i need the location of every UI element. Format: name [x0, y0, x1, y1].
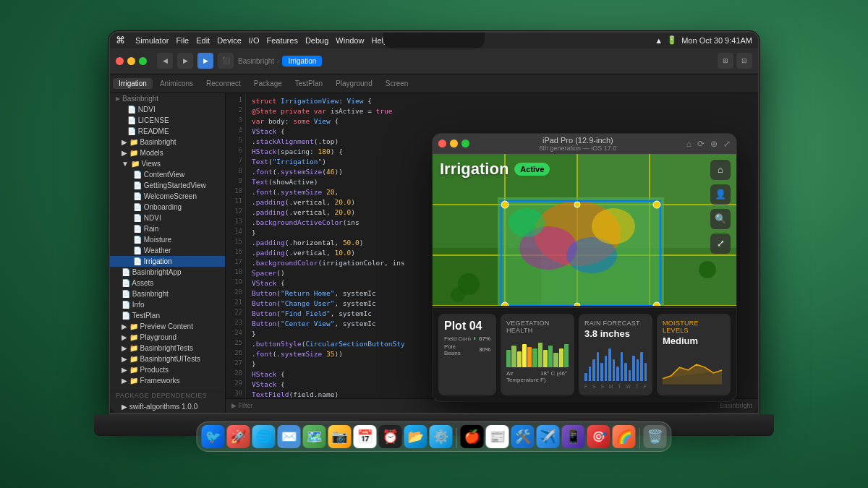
minimize-button[interactable]	[127, 57, 135, 65]
sidebar-products[interactable]: ▶ 📁 Products	[110, 364, 225, 375]
svg-point-15	[592, 208, 635, 244]
sidebar-moisture[interactable]: 📄 Moisture	[110, 234, 225, 245]
ipad-sim-title-bar: iPad Pro (12.9-inch) 6th generation — iO…	[433, 134, 736, 154]
forward-button[interactable]: ▶	[177, 53, 193, 69]
sidebar-frameworks[interactable]: ▶ 📁 Frameworks	[110, 375, 225, 386]
menu-debug[interactable]: Debug	[305, 36, 328, 45]
sidebar-models[interactable]: ▶ 📁 Models	[110, 147, 225, 158]
home-tool-btn[interactable]: ⌂	[710, 160, 731, 180]
dock-news[interactable]: 📰	[486, 425, 509, 448]
sidebar-uitests[interactable]: ▶ 📁 BasinbrightUITests	[110, 354, 225, 364]
pkg-collections[interactable]: ▶ swift-collections 1.0.4	[110, 412, 225, 413]
search-tool-btn[interactable]: 🔍	[710, 209, 731, 229]
dock-appstore[interactable]: ⚙️	[430, 425, 453, 448]
sidebar-basinbright-folder[interactable]: ▶ 📁 Basinbright	[110, 137, 225, 147]
breadcrumb-bar: Basinbright › Irrigation	[238, 56, 713, 67]
dock-maps[interactable]: 🗺️	[303, 425, 326, 448]
sidebar-playground[interactable]: ▶ 📁 Playground	[110, 332, 225, 343]
fullscreen-tool-btn[interactable]: ⤢	[710, 234, 731, 254]
filter-button[interactable]: ▶ Filter	[231, 402, 253, 409]
sidebar-gettingstarted[interactable]: 📄 GettingStartedView	[110, 180, 225, 191]
menu-device[interactable]: Device	[217, 36, 242, 45]
active-badge: Active	[514, 163, 550, 176]
dock-xcode[interactable]: 🛠️	[511, 425, 535, 448]
sidebar-views-ndvi[interactable]: 📄 NDVI	[110, 213, 225, 223]
zoom-icon[interactable]: ⊕	[710, 139, 718, 149]
field-corn-bar	[474, 337, 475, 340]
menu-file[interactable]: File	[176, 36, 189, 45]
run-button[interactable]: ▶	[197, 53, 213, 69]
active-file-tab[interactable]: Irrigation	[282, 56, 322, 67]
menu-window[interactable]: Window	[336, 36, 364, 45]
svg-point-25	[699, 261, 716, 278]
xcode-toolbar: ◀ ▶ ▶ ⬛ Basinbright › Irrigation ⊞ ⊟	[110, 48, 758, 74]
rain-bar-1	[584, 373, 587, 381]
fullscreen-icon[interactable]: ⤢	[723, 139, 731, 149]
sidebar-info[interactable]: 📄 Info	[110, 299, 225, 310]
tab-screen[interactable]: Screen	[380, 78, 414, 89]
veg-bar-11	[559, 348, 563, 367]
sidebar-preview[interactable]: ▶ 📁 Preview Content	[110, 321, 225, 332]
ipad-maximize-btn[interactable]	[461, 140, 469, 147]
menu-io[interactable]: I/O	[249, 36, 260, 45]
layout-btn[interactable]: ⊞	[718, 53, 733, 69]
rotate-icon[interactable]: ⟳	[697, 139, 705, 149]
menu-edit[interactable]: Edit	[196, 36, 210, 45]
tab-reconnect[interactable]: Reconnect	[200, 78, 247, 89]
sidebar-onboarding[interactable]: 📄 Onboarding	[110, 202, 225, 213]
dock-testflight[interactable]: ✈️	[537, 425, 560, 448]
veg-bar-8	[543, 350, 548, 367]
sidebar-basinbrightapp[interactable]: 📄 BasinbrightApp	[110, 267, 225, 278]
rain-bar-3	[592, 359, 595, 381]
dock-calendar[interactable]: 📅	[354, 425, 377, 448]
dock-photos[interactable]: 📷	[328, 425, 352, 448]
sidebar-tests[interactable]: ▶ 📁 BasinbrightTests	[110, 343, 225, 354]
sidebar-ndvi[interactable]: 📄 NDVI	[110, 104, 225, 115]
sidebar-assets[interactable]: 📄 Assets	[110, 278, 225, 288]
menu-features[interactable]: Features	[266, 36, 297, 45]
sidebar-weather[interactable]: 📄 Weather	[110, 245, 225, 256]
dock-trash[interactable]: 🗑️	[644, 425, 667, 448]
dock-finder[interactable]: 🐦	[202, 425, 225, 448]
rain-title: Rain Forecast	[584, 320, 647, 327]
tab-package[interactable]: Package	[248, 78, 288, 89]
datetime: Mon Oct 30 9:41AM	[681, 36, 752, 45]
traffic-lights	[116, 57, 147, 65]
dock-clock[interactable]: ⏰	[379, 425, 402, 448]
sidebar-views[interactable]: ▼ 📁 Views	[110, 158, 225, 169]
menu-simulator[interactable]: Simulator	[135, 36, 169, 45]
user-tool-btn[interactable]: 👤	[710, 184, 731, 205]
dock-instruments[interactable]: 🎯	[587, 425, 610, 448]
sidebar-license[interactable]: 📄 LICENSE	[110, 115, 225, 126]
sidebar-rain[interactable]: 📄 Rain	[110, 223, 225, 234]
dock-safari[interactable]: 🌐	[252, 425, 276, 448]
sidebar-readme[interactable]: 📄 README	[110, 126, 225, 137]
dock-files[interactable]: 📂	[404, 425, 427, 448]
dock-launchpad[interactable]: 🚀	[227, 425, 250, 448]
sidebar-contentview[interactable]: 📄 ContentView	[110, 169, 225, 180]
tab-playground[interactable]: Playground	[330, 78, 378, 89]
stop-button[interactable]: ⬛	[218, 53, 234, 69]
tab-testplan[interactable]: TestPlan	[289, 78, 328, 89]
close-button[interactable]	[116, 57, 124, 65]
sidebar-welcomescreen[interactable]: 📄 WelcomeScreen	[110, 191, 225, 202]
inspector-btn[interactable]: ⊟	[736, 53, 752, 69]
packages-header: Package Dependencies	[110, 390, 225, 401]
tab-animicons[interactable]: Animicons	[154, 78, 199, 89]
rain-forecast-card: Rain Forecast 3.8 inches	[579, 314, 652, 395]
dock-separator	[456, 428, 457, 448]
dock-mail[interactable]: ✉️	[278, 425, 301, 448]
dock-appletv[interactable]: 🍎	[461, 425, 484, 448]
pkg-algorithms[interactable]: ▶ swift-algorithms 1.0.0	[110, 401, 225, 412]
maximize-button[interactable]	[139, 57, 147, 65]
ipad-close-btn[interactable]	[438, 140, 446, 147]
sidebar-testplan[interactable]: 📄 TestPlan	[110, 310, 225, 321]
sidebar-basinbright2[interactable]: 📄 Basinbright	[110, 288, 225, 299]
ipad-minimize-btn[interactable]	[450, 140, 458, 147]
dock-simulator[interactable]: 📱	[562, 425, 585, 448]
home-icon[interactable]: ⌂	[686, 139, 692, 149]
back-button[interactable]: ◀	[157, 53, 173, 69]
sidebar-irrigation[interactable]: 📄 Irrigation	[110, 256, 225, 267]
dock-colorpicker[interactable]: 🌈	[613, 425, 636, 448]
tab-irrigation[interactable]: Irrigation	[113, 78, 153, 89]
